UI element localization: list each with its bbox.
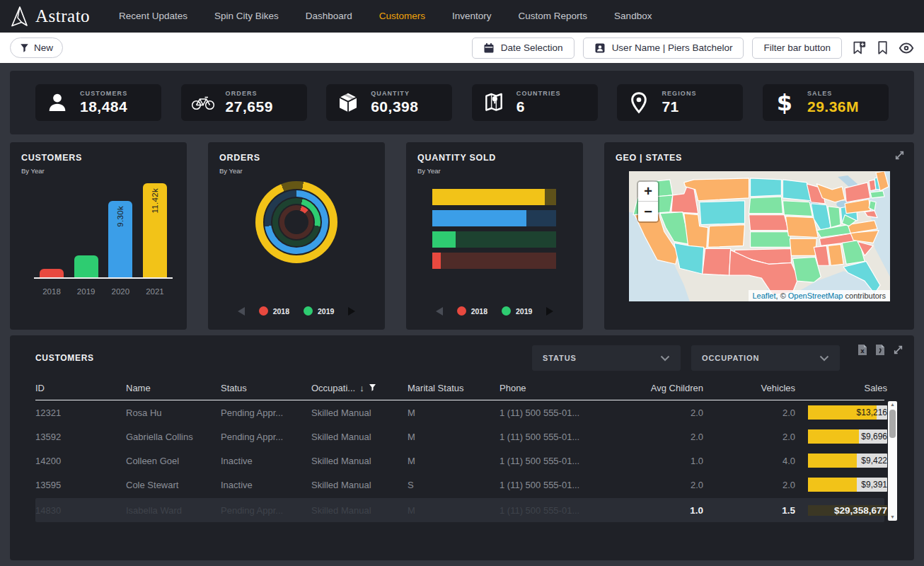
export-excel-icon[interactable]: x	[857, 344, 868, 356]
bar-2019[interactable]	[74, 255, 98, 277]
filter-bar-button[interactable]: Filter bar button	[752, 37, 842, 59]
bookmark-add-icon[interactable]	[850, 40, 866, 56]
sales-data-bar: $9,696	[808, 429, 887, 444]
column-header-phone[interactable]: Phone	[499, 383, 613, 393]
astrato-logo-icon	[10, 6, 29, 27]
expand-icon[interactable]	[892, 344, 904, 356]
bar-2021[interactable]: 11.42k	[143, 183, 167, 277]
column-header-id[interactable]: ID	[35, 383, 126, 393]
nav-item-sandbox[interactable]: Sandbox	[601, 0, 665, 33]
scrollbar-thumb[interactable]	[889, 410, 896, 438]
cell-occupation: Skilled Manual	[311, 456, 408, 466]
leaflet-link[interactable]: Leaflet	[753, 291, 776, 300]
customers-by-year-chart: CUSTOMERS By Year 9.30k11.42k 2018201920…	[10, 142, 187, 330]
hbar-2020[interactable]	[432, 210, 556, 226]
cell-occupation: Skilled Manual	[311, 432, 408, 442]
eye-icon[interactable]	[899, 40, 914, 56]
us-states-map[interactable]	[629, 171, 890, 301]
hbar-2019[interactable]	[432, 231, 556, 248]
cell-status: Inactive	[221, 456, 311, 466]
new-filter-button[interactable]: New	[10, 37, 63, 58]
date-selection-button[interactable]: Date Selection	[472, 37, 574, 59]
nav-item-spin-city-bikes[interactable]: Spin City Bikes	[201, 0, 292, 33]
nav-item-custom-reports[interactable]: Custom Reports	[505, 0, 601, 33]
cell-name: Cole Stewart	[126, 480, 221, 490]
cell-sales: $9,391	[795, 478, 887, 492]
kpi-value: 27,659	[226, 98, 273, 115]
donut-chart[interactable]	[255, 181, 337, 263]
nav-item-inventory[interactable]: Inventory	[439, 0, 505, 33]
nav-item-customers[interactable]: Customers	[366, 0, 439, 33]
sort-descending-icon[interactable]: ↓	[359, 383, 364, 393]
column-header-marital-status[interactable]: Marital Status	[408, 383, 499, 393]
column-header-occupati-[interactable]: Occupati...↓	[311, 383, 408, 393]
sales-value: $9,422	[808, 454, 887, 468]
table-row[interactable]: 13595Cole StewartInactiveSkilled ManualS…	[35, 473, 884, 497]
column-header-label: Marital Status	[408, 383, 463, 393]
kpi-text: ORDERS27,659	[226, 90, 273, 115]
occupation-filter-dropdown[interactable]: OCCUPATION	[691, 345, 840, 371]
user-name-button[interactable]: User Name | Piers Batchelor	[583, 37, 744, 59]
bar-value-label: 9.30k	[116, 206, 125, 227]
cell-name: Gabriella Collins	[126, 432, 221, 442]
leaflet-map[interactable]: + − Leaflet, © OpenStreetMap contributor…	[629, 171, 890, 301]
legend-next-arrow-icon[interactable]	[348, 307, 355, 316]
kpi-value: 29.36M	[807, 98, 859, 115]
zoom-out-button[interactable]: −	[638, 202, 658, 221]
bar-2018[interactable]	[40, 269, 64, 277]
column-header-label: Vehicles	[761, 383, 795, 393]
attribution-text: , ©	[776, 291, 788, 300]
hbar-2021[interactable]	[432, 189, 556, 205]
zoom-in-button[interactable]: +	[638, 182, 658, 202]
filter-bar-label: Filter bar button	[763, 42, 831, 53]
nav-item-recent-updates[interactable]: Recent Updates	[105, 0, 201, 33]
column-header-avg-children[interactable]: Avg Children	[613, 383, 703, 393]
hbar-2018[interactable]	[432, 253, 556, 269]
status-filter-dropdown[interactable]: STATUS	[532, 345, 681, 371]
legend-item-2019[interactable]: 2019	[502, 306, 532, 316]
kpi-text: CUSTOMERS18,484	[80, 90, 127, 115]
cell-sales: $9,696	[795, 429, 887, 444]
table-row[interactable]: 13592Gabriella CollinsPending Appr...Ski…	[35, 424, 884, 449]
sales-value: $9,391	[808, 478, 887, 492]
legend-item-2018[interactable]: 2018	[259, 306, 289, 316]
legend-dot	[259, 306, 268, 316]
cell-vehicles: 2.0	[703, 432, 795, 442]
hbar-plot-area	[432, 189, 556, 274]
legend-next-arrow-icon[interactable]	[546, 307, 553, 316]
nav-item-dashboard[interactable]: Dashboard	[292, 0, 366, 33]
legend-label: 2019	[516, 307, 532, 316]
kpi-text: REGIONS71	[662, 90, 696, 115]
openstreetmap-link[interactable]: OpenStreetMap	[788, 291, 843, 300]
table-row[interactable]: 12321Rosa HuPending Appr...Skilled Manua…	[35, 400, 884, 424]
export-file-icon[interactable]	[874, 344, 886, 356]
cell-name: Rosa Hu	[126, 408, 221, 418]
legend-item-2019[interactable]: 2019	[304, 306, 334, 316]
bookmark-icon[interactable]	[874, 40, 890, 56]
expand-icon[interactable]	[894, 149, 906, 164]
scroll-up-arrow[interactable]: ▲	[890, 401, 895, 408]
column-header-status[interactable]: Status	[221, 383, 311, 393]
cell-phone: 1 (11) 500 555-01...	[499, 432, 613, 442]
column-header-vehicles[interactable]: Vehicles	[703, 383, 795, 393]
table-scrollbar[interactable]: ▲ ▼	[888, 401, 897, 521]
legend-label: 2019	[318, 307, 334, 316]
cell-id: 13595	[35, 480, 126, 490]
sales-data-bar: $9,422	[808, 454, 887, 468]
geo-states-map-card: GEO | STATES	[604, 142, 914, 330]
bicycle-icon	[191, 91, 215, 114]
kpi-label: COUNTRIES	[516, 90, 561, 97]
column-filter-funnel-icon[interactable]	[369, 383, 376, 393]
bar-2020[interactable]: 9.30k	[108, 201, 132, 277]
column-header-name[interactable]: Name	[126, 383, 221, 393]
legend-prev-arrow-icon[interactable]	[436, 307, 443, 316]
scroll-down-arrow[interactable]: ▼	[890, 514, 895, 521]
sales-data-bar: $9,391	[808, 478, 887, 492]
column-header-sales[interactable]: Sales	[795, 383, 887, 393]
legend-item-2018[interactable]: 2018	[457, 306, 487, 316]
legend-prev-arrow-icon[interactable]	[238, 307, 245, 316]
cell-phone: 1 (11) 500 555-01...	[499, 480, 613, 490]
brand-logo[interactable]: Astrato	[10, 6, 90, 27]
kpi-label: QUANTITY	[371, 90, 418, 97]
table-row[interactable]: 14200Colleen GoelInactiveSkilled ManualM…	[35, 449, 884, 473]
